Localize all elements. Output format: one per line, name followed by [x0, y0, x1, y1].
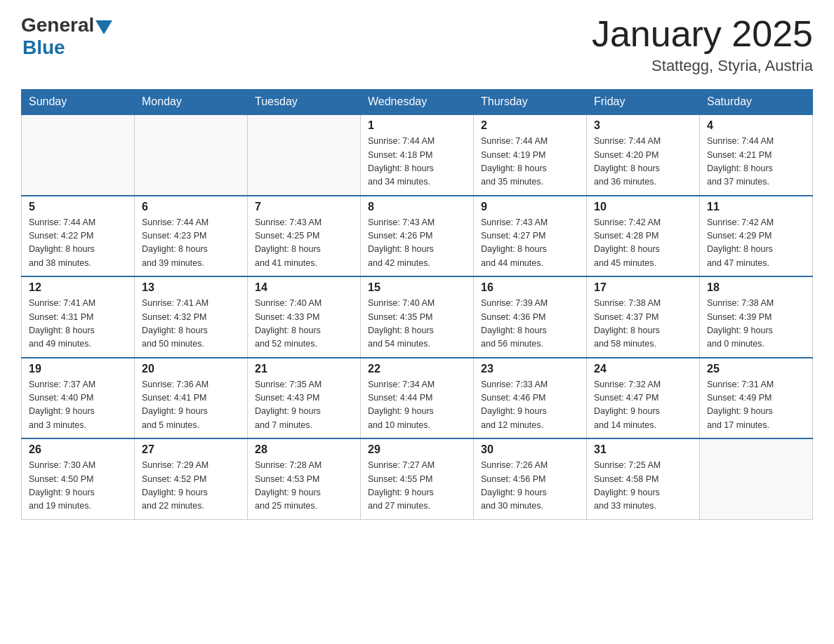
calendar-cell: 20Sunrise: 7:36 AMSunset: 4:41 PMDayligh…	[135, 358, 248, 439]
calendar-cell: 29Sunrise: 7:27 AMSunset: 4:55 PMDayligh…	[361, 438, 474, 519]
calendar-cell: 4Sunrise: 7:44 AMSunset: 4:21 PMDaylight…	[700, 114, 813, 196]
calendar-table: SundayMondayTuesdayWednesdayThursdayFrid…	[21, 89, 813, 520]
calendar-cell: 26Sunrise: 7:30 AMSunset: 4:50 PMDayligh…	[22, 438, 135, 519]
calendar-cell: 22Sunrise: 7:34 AMSunset: 4:44 PMDayligh…	[361, 358, 474, 439]
day-number: 7	[255, 201, 353, 213]
day-number: 26	[29, 443, 127, 456]
calendar-cell: 8Sunrise: 7:43 AMSunset: 4:26 PMDaylight…	[361, 196, 474, 277]
calendar-cell: 14Sunrise: 7:40 AMSunset: 4:33 PMDayligh…	[248, 276, 361, 358]
calendar-cell: 21Sunrise: 7:35 AMSunset: 4:43 PMDayligh…	[248, 358, 361, 439]
day-info: Sunrise: 7:43 AMSunset: 4:26 PMDaylight:…	[368, 216, 466, 271]
calendar-header-row: SundayMondayTuesdayWednesdayThursdayFrid…	[22, 90, 813, 115]
day-info: Sunrise: 7:38 AMSunset: 4:39 PMDaylight:…	[707, 297, 805, 351]
day-info: Sunrise: 7:42 AMSunset: 4:29 PMDaylight:…	[707, 216, 805, 271]
day-number: 30	[481, 443, 579, 456]
day-number: 18	[707, 281, 805, 294]
day-info: Sunrise: 7:44 AMSunset: 4:21 PMDaylight:…	[707, 135, 805, 189]
day-number: 4	[707, 119, 805, 132]
day-info: Sunrise: 7:44 AMSunset: 4:20 PMDaylight:…	[594, 135, 692, 189]
day-number: 9	[481, 201, 579, 213]
day-number: 15	[368, 281, 466, 294]
calendar-cell: 16Sunrise: 7:39 AMSunset: 4:36 PMDayligh…	[474, 276, 587, 358]
calendar-cell: 5Sunrise: 7:44 AMSunset: 4:22 PMDaylight…	[22, 196, 135, 277]
calendar-cell: 24Sunrise: 7:32 AMSunset: 4:47 PMDayligh…	[587, 358, 700, 439]
calendar-cell: 19Sunrise: 7:37 AMSunset: 4:40 PMDayligh…	[22, 358, 135, 439]
day-of-week-header: Wednesday	[361, 90, 474, 115]
day-info: Sunrise: 7:43 AMSunset: 4:27 PMDaylight:…	[481, 216, 579, 271]
day-info: Sunrise: 7:44 AMSunset: 4:18 PMDaylight:…	[368, 135, 466, 189]
logo-general-text: General	[21, 14, 94, 36]
calendar-cell: 31Sunrise: 7:25 AMSunset: 4:58 PMDayligh…	[587, 438, 700, 519]
day-info: Sunrise: 7:37 AMSunset: 4:40 PMDaylight:…	[29, 378, 127, 433]
day-of-week-header: Monday	[135, 90, 248, 115]
day-number: 21	[255, 363, 353, 375]
calendar-cell: 11Sunrise: 7:42 AMSunset: 4:29 PMDayligh…	[700, 196, 813, 277]
day-info: Sunrise: 7:38 AMSunset: 4:37 PMDaylight:…	[594, 297, 692, 351]
month-title: January 2025	[592, 14, 813, 54]
calendar-cell: 15Sunrise: 7:40 AMSunset: 4:35 PMDayligh…	[361, 276, 474, 358]
calendar-week-row: 5Sunrise: 7:44 AMSunset: 4:22 PMDaylight…	[22, 196, 813, 277]
day-info: Sunrise: 7:39 AMSunset: 4:36 PMDaylight:…	[481, 297, 579, 351]
calendar-cell: 13Sunrise: 7:41 AMSunset: 4:32 PMDayligh…	[135, 276, 248, 358]
day-number: 12	[29, 281, 127, 294]
day-info: Sunrise: 7:30 AMSunset: 4:50 PMDaylight:…	[29, 459, 127, 514]
day-info: Sunrise: 7:41 AMSunset: 4:31 PMDaylight:…	[29, 297, 127, 351]
day-info: Sunrise: 7:31 AMSunset: 4:49 PMDaylight:…	[707, 378, 805, 433]
day-of-week-header: Sunday	[22, 90, 135, 115]
day-of-week-header: Saturday	[700, 90, 813, 115]
day-info: Sunrise: 7:44 AMSunset: 4:23 PMDaylight:…	[142, 216, 240, 271]
day-info: Sunrise: 7:33 AMSunset: 4:46 PMDaylight:…	[481, 378, 579, 433]
day-of-week-header: Friday	[587, 90, 700, 115]
day-number: 31	[594, 443, 692, 456]
day-info: Sunrise: 7:26 AMSunset: 4:56 PMDaylight:…	[481, 459, 579, 514]
calendar-cell: 6Sunrise: 7:44 AMSunset: 4:23 PMDaylight…	[135, 196, 248, 277]
day-number: 23	[481, 363, 579, 375]
calendar-cell: 7Sunrise: 7:43 AMSunset: 4:25 PMDaylight…	[248, 196, 361, 277]
calendar-week-row: 1Sunrise: 7:44 AMSunset: 4:18 PMDaylight…	[22, 114, 813, 196]
day-number: 16	[481, 281, 579, 294]
day-number: 28	[255, 443, 353, 456]
day-info: Sunrise: 7:44 AMSunset: 4:22 PMDaylight:…	[29, 216, 127, 271]
day-number: 22	[368, 363, 466, 375]
day-of-week-header: Thursday	[474, 90, 587, 115]
logo-arrow-icon	[95, 20, 112, 34]
calendar-cell	[700, 438, 813, 519]
day-info: Sunrise: 7:44 AMSunset: 4:19 PMDaylight:…	[481, 135, 579, 189]
day-info: Sunrise: 7:25 AMSunset: 4:58 PMDaylight:…	[594, 459, 692, 514]
day-number: 5	[29, 201, 127, 213]
day-number: 10	[594, 201, 692, 213]
day-info: Sunrise: 7:42 AMSunset: 4:28 PMDaylight:…	[594, 216, 692, 271]
day-number: 6	[142, 201, 240, 213]
day-of-week-header: Tuesday	[248, 90, 361, 115]
day-number: 25	[707, 363, 805, 375]
calendar-week-row: 26Sunrise: 7:30 AMSunset: 4:50 PMDayligh…	[22, 438, 813, 519]
day-info: Sunrise: 7:34 AMSunset: 4:44 PMDaylight:…	[368, 378, 466, 433]
day-number: 11	[707, 201, 805, 213]
calendar-week-row: 19Sunrise: 7:37 AMSunset: 4:40 PMDayligh…	[22, 358, 813, 439]
day-info: Sunrise: 7:36 AMSunset: 4:41 PMDaylight:…	[142, 378, 240, 433]
calendar-cell: 27Sunrise: 7:29 AMSunset: 4:52 PMDayligh…	[135, 438, 248, 519]
calendar-cell	[22, 114, 135, 196]
day-number: 24	[594, 363, 692, 375]
calendar-cell	[135, 114, 248, 196]
title-block: January 2025 Stattegg, Styria, Austria	[592, 14, 813, 75]
location-text: Stattegg, Styria, Austria	[592, 57, 813, 75]
day-number: 29	[368, 443, 466, 456]
logo-blue-text: Blue	[22, 36, 65, 59]
day-info: Sunrise: 7:29 AMSunset: 4:52 PMDaylight:…	[142, 459, 240, 514]
day-number: 14	[255, 281, 353, 294]
day-info: Sunrise: 7:27 AMSunset: 4:55 PMDaylight:…	[368, 459, 466, 514]
calendar-cell: 9Sunrise: 7:43 AMSunset: 4:27 PMDaylight…	[474, 196, 587, 277]
calendar-cell: 1Sunrise: 7:44 AMSunset: 4:18 PMDaylight…	[361, 114, 474, 196]
calendar-cell: 23Sunrise: 7:33 AMSunset: 4:46 PMDayligh…	[474, 358, 587, 439]
day-number: 17	[594, 281, 692, 294]
day-info: Sunrise: 7:40 AMSunset: 4:33 PMDaylight:…	[255, 297, 353, 351]
calendar-cell: 3Sunrise: 7:44 AMSunset: 4:20 PMDaylight…	[587, 114, 700, 196]
day-info: Sunrise: 7:41 AMSunset: 4:32 PMDaylight:…	[142, 297, 240, 351]
day-number: 8	[368, 201, 466, 213]
day-number: 3	[594, 119, 692, 132]
day-number: 1	[368, 119, 466, 132]
day-info: Sunrise: 7:28 AMSunset: 4:53 PMDaylight:…	[255, 459, 353, 514]
calendar-cell: 12Sunrise: 7:41 AMSunset: 4:31 PMDayligh…	[22, 276, 135, 358]
calendar-cell: 10Sunrise: 7:42 AMSunset: 4:28 PMDayligh…	[587, 196, 700, 277]
